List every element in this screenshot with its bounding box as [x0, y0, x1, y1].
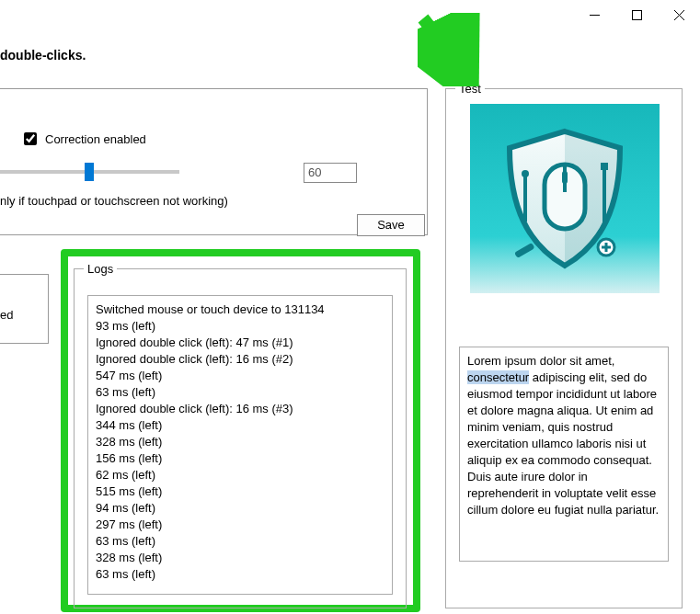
maximize-button[interactable]: [615, 0, 658, 29]
log-line: Ignored double click (left): 16 ms (#3): [96, 401, 384, 417]
svg-rect-10: [601, 163, 608, 170]
logs-textbox[interactable]: Switched mouse or touch device to 131134…: [87, 295, 393, 595]
log-line: Ignored double click (left): 47 ms (#1): [96, 335, 384, 351]
test-p1-selection: consectetur: [467, 370, 529, 384]
test-legend: Test: [455, 82, 485, 96]
log-line: 515 ms (left): [96, 483, 384, 500]
touchpad-hint: nly if touchpad or touchscreen not worki…: [0, 194, 228, 208]
save-button[interactable]: Save: [357, 214, 425, 236]
log-line: 297 ms (left): [96, 517, 384, 533]
svg-point-8: [522, 170, 529, 177]
svg-rect-11: [514, 243, 535, 258]
shield-mouse-icon: [487, 120, 643, 277]
log-line: 63 ms (left): [96, 566, 384, 583]
correction-checkbox[interactable]: [24, 132, 37, 145]
threshold-slider[interactable]: [0, 170, 179, 174]
log-line: 63 ms (left): [96, 384, 384, 401]
close-button[interactable]: [658, 0, 700, 29]
test-p1-post: adipiscing elit, sed do eiusmod tempor i…: [467, 370, 657, 467]
log-line: 547 ms (left): [96, 368, 384, 384]
log-line: 63 ms (left): [96, 533, 384, 550]
log-line: 93 ms (left): [96, 318, 384, 335]
page-heading: double-clicks.: [0, 48, 86, 63]
truncated-panel: ed: [0, 274, 49, 344]
log-line: Ignored double click (left): 16 ms (#2): [96, 351, 384, 368]
test-group: Test Lorem i: [445, 88, 683, 608]
truncated-label: ed: [0, 308, 13, 322]
annotation-arrow-icon: [418, 13, 482, 86]
slider-thumb[interactable]: [85, 163, 94, 181]
minimize-icon: [590, 10, 600, 20]
close-icon: [674, 10, 684, 20]
test-p2: Duis aute irure dolor in reprehenderit i…: [467, 470, 659, 517]
correction-checkbox-row[interactable]: Correction enabled: [20, 130, 146, 148]
test-image[interactable]: [470, 104, 660, 293]
logs-legend: Logs: [84, 262, 117, 276]
log-line: 328 ms (left): [96, 434, 384, 450]
log-line: 328 ms (left): [96, 550, 384, 566]
threshold-value-input[interactable]: 60: [304, 163, 357, 183]
correction-panel: Correction enabled 60 nly if touchpad or…: [0, 88, 428, 235]
test-p1-pre: Lorem ipsum dolor sit amet,: [467, 354, 614, 368]
window-titlebar: [573, 0, 700, 29]
logs-group: Logs Switched mouse or touch device to 1…: [74, 268, 407, 608]
svg-rect-1: [632, 10, 641, 19]
log-line: Switched mouse or touch device to 131134: [96, 301, 384, 318]
minimize-button[interactable]: [573, 0, 615, 29]
correction-checkbox-label: Correction enabled: [45, 132, 146, 146]
log-line: 156 ms (left): [96, 450, 384, 467]
test-textarea[interactable]: Lorem ipsum dolor sit amet, consectetur …: [459, 347, 669, 562]
log-line: 94 ms (left): [96, 500, 384, 517]
log-line: 344 ms (left): [96, 417, 384, 434]
maximize-icon: [632, 10, 642, 20]
log-line: 62 ms (left): [96, 467, 384, 483]
svg-rect-6: [562, 171, 568, 184]
